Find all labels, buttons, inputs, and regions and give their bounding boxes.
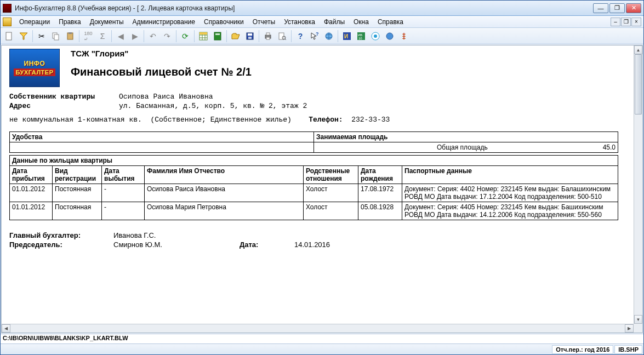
scroll-thumb[interactable] — [635, 54, 642, 114]
help-icon[interactable]: ? — [294, 30, 307, 43]
pointer-help-icon[interactable]: ? — [308, 30, 321, 43]
caduceus-icon[interactable] — [397, 30, 411, 43]
menu-icon — [3, 18, 12, 26]
rotate-icon[interactable]: 180⤾ — [82, 30, 95, 43]
path-bar: C:\IB\ORN\UIBW8\BLANKS\KP_LKART.BLW — [1, 334, 643, 343]
copy-icon[interactable] — [49, 30, 62, 43]
svg-line-22 — [285, 39, 286, 40]
svg-rect-19 — [266, 37, 270, 39]
doc-title: Финансовый лицевой счет № 2/1 — [71, 66, 252, 78]
menubar: Операции Правка Документы Администрирова… — [1, 16, 643, 28]
address-value: ул. Басманная, д.5, корп. 5, кв. № 2, эт… — [119, 102, 307, 110]
svg-text:?: ? — [316, 32, 319, 37]
amenities-header: Удобства — [10, 132, 314, 142]
menu-setup[interactable]: Установка — [280, 17, 320, 27]
col-relation: Родственные отношения — [304, 166, 358, 184]
save-icon[interactable] — [243, 30, 257, 43]
menu-references[interactable]: Справочники — [200, 17, 248, 27]
refresh-icon[interactable]: ⟳ — [179, 30, 192, 43]
status-file: IB.SHP — [614, 345, 642, 354]
redo-icon[interactable]: ↷ — [161, 30, 174, 43]
grid1-icon[interactable] — [197, 30, 210, 43]
svg-rect-11 — [200, 32, 207, 35]
col-passport: Паспортные данные — [402, 166, 618, 184]
col-fio: Фамилия Имя Отчество — [145, 166, 304, 184]
status-bar: Отч.пер.: год 2016 IB.SHP — [1, 343, 643, 354]
total-area-value: 45.0 — [583, 144, 615, 151]
module1-icon[interactable]: И — [340, 30, 354, 43]
document-viewport: ИНФО БУХГАЛТЕР ТСЖ "Глория" Финансовый л… — [1, 45, 643, 333]
filter-icon[interactable] — [17, 30, 30, 43]
col-arrival: Дата прибытия — [10, 166, 53, 184]
menu-windows[interactable]: Окна — [349, 17, 373, 27]
svg-point-31 — [374, 35, 377, 38]
menu-administration[interactable]: Администрирование — [128, 17, 200, 27]
svg-rect-3 — [54, 35, 59, 40]
calc-icon[interactable] — [211, 30, 224, 43]
print-icon[interactable] — [261, 30, 275, 43]
menu-files[interactable]: Файлы — [320, 17, 349, 27]
window-title: Инфо-Бухгалтер 8.8 (Учебная версия) - [ … — [15, 4, 593, 12]
open-icon[interactable] — [229, 30, 242, 43]
apartment-info: не коммунальная 1-комнатная кв. (Собстве… — [9, 116, 618, 124]
undo-icon[interactable]: ↶ — [146, 30, 159, 43]
preview-icon[interactable] — [276, 30, 289, 43]
menu-edit[interactable]: Правка — [54, 17, 86, 27]
svg-marker-1 — [20, 33, 27, 39]
area-table: Удобства Занимаемая площадь Общая площад… — [9, 131, 618, 153]
browser-icon[interactable] — [383, 30, 396, 43]
vertical-scrollbar[interactable]: ▲ ▼ — [634, 45, 642, 324]
menu-reports[interactable]: Отчеты — [248, 17, 280, 27]
chairman-label: Председатель: — [9, 241, 113, 249]
paste-icon[interactable] — [64, 30, 77, 43]
scroll-left-icon[interactable]: ◀ — [2, 324, 10, 333]
chairman-value: Смирнов Ю.М. — [113, 241, 240, 249]
module2-icon[interactable]: ИБ10 — [355, 30, 368, 43]
cut-icon[interactable]: ✂ — [35, 30, 48, 43]
mdi-minimize-button[interactable]: – — [611, 18, 620, 26]
new-icon[interactable] — [3, 30, 16, 43]
svg-rect-18 — [266, 33, 270, 35]
remote-icon[interactable] — [369, 30, 382, 43]
app-icon — [3, 4, 12, 13]
col-dob: Дата рождения — [358, 166, 402, 184]
next-icon[interactable]: ▶ — [128, 30, 141, 43]
table-row: 01.01.2012 Постоянная - Осипова Мария Пе… — [10, 202, 618, 220]
svg-rect-15 — [248, 33, 252, 36]
svg-rect-0 — [6, 32, 12, 40]
horizontal-scrollbar[interactable]: ◀ ▶ — [2, 324, 634, 333]
owner-label: Собственник квартиры — [9, 93, 119, 101]
status-period: Отч.пер.: год 2016 — [552, 345, 613, 354]
chief-accountant-label: Главный бухгалтер: — [9, 231, 113, 239]
residents-header: Данные по жильцам квартиры — [10, 156, 618, 166]
mdi-restore-button[interactable]: ❐ — [621, 18, 631, 26]
svg-text:И: И — [344, 33, 348, 39]
address-label: Адрес — [9, 102, 119, 110]
org-logo: ИНФО БУХГАЛТЕР — [9, 49, 60, 87]
menu-operations[interactable]: Операции — [15, 17, 54, 27]
area-header: Занимаемая площадь — [314, 132, 618, 142]
close-button[interactable]: ✕ — [626, 3, 641, 13]
maximize-button[interactable]: ❐ — [609, 3, 625, 13]
scroll-up-icon[interactable]: ▲ — [634, 45, 642, 54]
date-value: 14.01.2016 — [294, 241, 330, 249]
menu-help[interactable]: Справка — [373, 17, 408, 27]
svg-rect-16 — [248, 37, 252, 39]
owner-value: Осипова Раиса Ивановна — [119, 93, 213, 101]
prev-icon[interactable]: ◀ — [114, 30, 127, 43]
mdi-close-button[interactable]: × — [631, 18, 641, 26]
col-regtype: Вид регистрации — [53, 166, 102, 184]
globe-icon[interactable] — [322, 30, 335, 43]
sum-icon[interactable]: Σ — [96, 30, 109, 43]
minimize-button[interactable]: — — [593, 3, 608, 13]
col-leave: Дата выбытия — [102, 166, 145, 184]
chief-accountant-value: Иванова Г.С. — [113, 231, 240, 239]
residents-table: Данные по жильцам квартиры Дата прибытия… — [9, 155, 618, 220]
scroll-right-icon[interactable]: ▶ — [625, 324, 634, 333]
svg-point-32 — [386, 33, 393, 39]
scroll-down-icon[interactable]: ▼ — [634, 315, 642, 324]
menu-documents[interactable]: Документы — [86, 17, 128, 27]
svg-rect-13 — [215, 33, 220, 35]
svg-rect-5 — [69, 32, 72, 34]
titlebar: Инфо-Бухгалтер 8.8 (Учебная версия) - [ … — [1, 1, 643, 16]
